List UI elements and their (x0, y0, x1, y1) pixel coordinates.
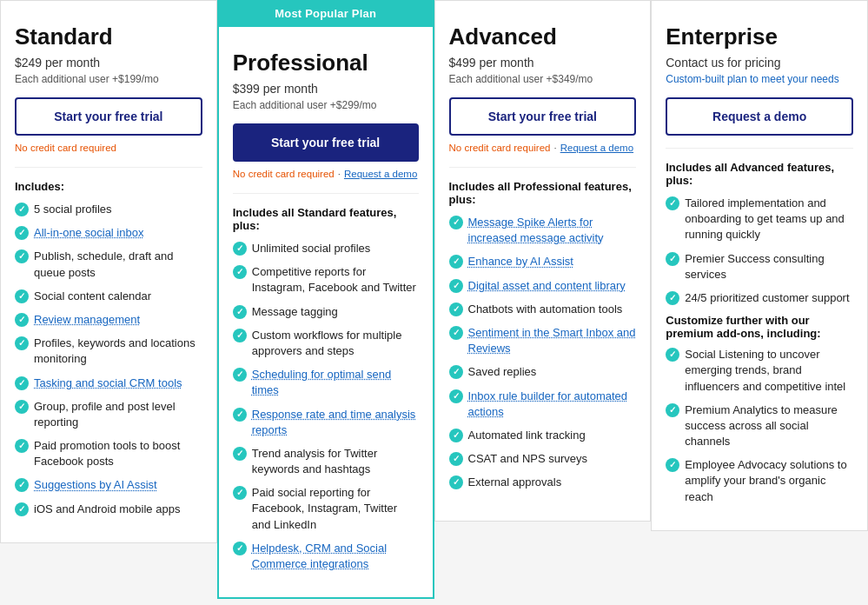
extra-feature-text: Premium Analytics to measure success acr… (685, 402, 853, 450)
check-icon (233, 542, 247, 555)
feature-text: Competitive reports for Instagram, Faceb… (252, 264, 419, 296)
feature-list-standard: 5 social profilesAll-in-one social inbox… (15, 202, 202, 517)
feature-item: CSAT and NPS surveys (449, 451, 637, 467)
cta-button-standard[interactable]: Start your free trial (15, 97, 202, 136)
no-cc-advanced: No credit card required·Request a demo (449, 143, 637, 153)
feature-link[interactable]: All-in-one social inbox (34, 225, 143, 241)
plan-name-professional: Professional (233, 50, 419, 76)
feature-link[interactable]: Helpdesk, CRM and Social Commerce integr… (252, 541, 419, 572)
feature-link[interactable]: Message Spike Alerts for increased messa… (468, 215, 637, 246)
check-icon (15, 313, 29, 327)
feature-link[interactable]: Scheduling for optimal send times (252, 367, 419, 398)
feature-item: Social content calendar (15, 289, 202, 304)
feature-list-enterprise: Tailored implementation and onboarding t… (666, 196, 853, 306)
check-icon (233, 368, 247, 382)
feature-item: 24/5 prioritized customer support (666, 290, 853, 306)
feature-text: Social content calendar (34, 289, 151, 304)
feature-link[interactable]: Inbox rule builder for automated actions (468, 389, 637, 420)
feature-link[interactable]: Tasking and social CRM tools (34, 376, 182, 391)
feature-text: Premier Success consulting services (685, 251, 853, 283)
feature-text: Profiles, keywords and locations monitor… (34, 336, 202, 367)
feature-text: Unlimited social profiles (252, 241, 371, 256)
request-demo-link-professional[interactable]: Request a demo (344, 169, 417, 179)
feature-item: Chatbots with automation tools (449, 302, 637, 317)
feature-item: Unlimited social profiles (233, 241, 419, 256)
feature-item: Scheduling for optimal send times (233, 367, 419, 398)
extra-label-enterprise: Customize further with our premium add-o… (666, 314, 853, 340)
feature-text: Message tagging (252, 304, 338, 320)
feature-item: Saved replies (449, 364, 637, 380)
feature-text: Group, profile and post level reporting (34, 399, 202, 430)
separator-professional: · (338, 169, 341, 179)
feature-item: Suggestions by AI Assist (15, 477, 202, 493)
feature-text: Custom workflows for multiple approvers … (252, 328, 419, 359)
feature-item: Tasking and social CRM tools (15, 376, 202, 391)
check-icon (449, 389, 463, 403)
feature-link[interactable]: Sentiment in the Smart Inbox and Reviews (468, 325, 637, 356)
check-icon (15, 376, 29, 390)
feature-text: 5 social profiles (34, 202, 112, 217)
plan-card-advanced: Advanced$499 per monthEach additional us… (434, 0, 652, 522)
feature-item: Profiles, keywords and locations monitor… (15, 336, 202, 367)
check-icon (15, 249, 29, 263)
check-icon (666, 196, 679, 210)
plan-name-standard: Standard (15, 23, 202, 50)
feature-link[interactable]: Suggestions by AI Assist (34, 477, 157, 493)
feature-text: Automated link tracking (468, 428, 586, 443)
includes-label-professional: Includes all Standard features, plus: (233, 206, 419, 232)
feature-item: Competitive reports for Instagram, Faceb… (233, 264, 419, 296)
no-cc-text-advanced: No credit card required (449, 143, 551, 153)
plan-price-advanced: $499 per month (449, 56, 637, 70)
check-icon (15, 289, 29, 303)
extra-feature-list-enterprise: Social Listening to uncover emerging tre… (666, 347, 853, 505)
feature-item: Group, profile and post level reporting (15, 399, 202, 430)
feature-text: Publish, schedule, draft and queue posts (34, 249, 202, 280)
feature-link[interactable]: Enhance by AI Assist (468, 254, 573, 269)
check-icon (449, 216, 463, 229)
popular-badge: Most Popular Plan (217, 0, 434, 27)
feature-text: Trend analysis for Twitter keywords and … (252, 446, 419, 477)
cta-button-enterprise[interactable]: Request a demo (666, 97, 853, 136)
check-icon (666, 252, 679, 266)
feature-item: Automated link tracking (449, 428, 637, 443)
no-cc-standard: No credit card required (15, 143, 202, 153)
check-icon (666, 458, 679, 472)
check-icon (15, 502, 29, 516)
feature-link[interactable]: Digital asset and content library (468, 278, 626, 294)
feature-item: Review management (15, 312, 202, 328)
feature-item: Response rate and time analysis reports (233, 407, 419, 438)
plan-user-price-enterprise: Custom-built plan to meet your needs (666, 73, 853, 85)
feature-link[interactable]: Review management (34, 312, 140, 328)
check-icon (666, 291, 679, 305)
feature-item: Digital asset and content library (449, 278, 637, 294)
plan-user-price-standard: Each additional user +$199/mo (15, 73, 202, 85)
check-icon (449, 279, 463, 293)
extra-feature-text: Employee Advocacy solutions to amplify y… (685, 457, 853, 505)
feature-list-advanced: Message Spike Alerts for increased messa… (449, 215, 637, 490)
check-icon (15, 439, 29, 453)
divider-advanced (449, 167, 637, 168)
includes-label-advanced: Includes all Professional features, plus… (449, 180, 637, 206)
no-cc-text-standard: No credit card required (15, 143, 116, 153)
pricing-grid: Standard$249 per monthEach additional us… (0, 0, 868, 599)
divider-standard (15, 167, 202, 168)
check-icon (233, 486, 247, 500)
separator-advanced: · (553, 143, 556, 153)
feature-item: Helpdesk, CRM and Social Commerce integr… (233, 541, 419, 572)
plan-card-standard: Standard$249 per monthEach additional us… (0, 0, 217, 543)
check-icon (233, 447, 247, 461)
feature-text: Paid social reporting for Facebook, Inst… (252, 485, 419, 533)
cta-button-advanced[interactable]: Start your free trial (449, 97, 637, 136)
plan-price-professional: $399 per month (233, 82, 419, 96)
feature-item: Paid social reporting for Facebook, Inst… (233, 485, 419, 533)
feature-text: Saved replies (468, 364, 537, 380)
check-icon (15, 203, 29, 216)
extra-feature-item: Social Listening to uncover emerging tre… (666, 347, 853, 395)
check-icon (449, 452, 463, 466)
check-icon (449, 255, 463, 269)
cta-button-professional[interactable]: Start your free trial (233, 123, 419, 162)
check-icon (15, 336, 29, 350)
request-demo-link-advanced[interactable]: Request a demo (560, 143, 633, 153)
plan-name-enterprise: Enterprise (666, 23, 853, 50)
feature-link[interactable]: Response rate and time analysis reports (252, 407, 419, 438)
